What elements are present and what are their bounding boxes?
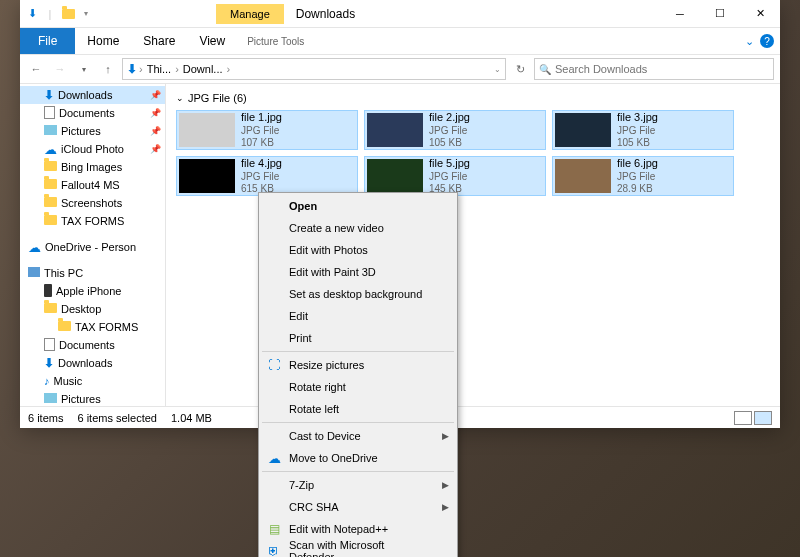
maximize-button[interactable]: ☐ [700, 0, 740, 28]
ctx-newvideo[interactable]: Create a new video [261, 217, 455, 239]
ctx-crc[interactable]: CRC SHA▶ [261, 496, 455, 518]
ctx-resize-label: Resize pictures [289, 359, 364, 371]
ctx-print[interactable]: Print [261, 327, 455, 349]
ctx-edit[interactable]: Edit [261, 305, 455, 327]
sidebar-item-icloud-photo[interactable]: ☁iCloud Photo📌 [20, 140, 165, 158]
sidebar-item-downloads[interactable]: ⬇Downloads [20, 354, 165, 372]
nav-forward-button[interactable]: → [50, 59, 70, 79]
sidebar-item-documents[interactable]: Documents📌 [20, 104, 165, 122]
sidebar-item-onedrive---person[interactable]: ☁OneDrive - Person [20, 238, 165, 256]
view-details-button[interactable] [734, 411, 752, 425]
file-item[interactable]: file 2.jpgJPG File105 KB [364, 110, 546, 150]
file-item[interactable]: file 3.jpgJPG File105 KB [552, 110, 734, 150]
sidebar-item-fallout4-ms[interactable]: Fallout4 MS [20, 176, 165, 194]
breadcrumb-seg1[interactable]: Thi... [145, 63, 173, 75]
pic-icon [44, 393, 57, 405]
chevron-right-icon: ▶ [442, 480, 449, 490]
tab-home[interactable]: Home [75, 30, 131, 52]
notepad-icon: ▤ [265, 520, 283, 538]
sidebar-item-label: This PC [44, 267, 83, 279]
ctx-rotl-label: Rotate left [289, 403, 339, 415]
minimize-button[interactable]: ─ [660, 0, 700, 28]
file-type: JPG File [429, 125, 470, 137]
ctx-7zip[interactable]: 7-Zip▶ [261, 474, 455, 496]
dl-icon: ⬇ [44, 88, 54, 102]
breadcrumb[interactable]: ⬇ › Thi... › Downl... › ⌄ [122, 58, 506, 80]
sidebar-item-documents[interactable]: Documents [20, 336, 165, 354]
ctx-rotr[interactable]: Rotate right [261, 376, 455, 398]
sidebar-item-bing-images[interactable]: Bing Images [20, 158, 165, 176]
ctx-defender[interactable]: ⛨Scan with Microsoft Defender... [261, 540, 455, 557]
chevron-right-icon[interactable]: › [139, 63, 143, 75]
chevron-down-icon[interactable]: ⌄ [176, 93, 184, 103]
thumbnail [555, 113, 611, 147]
status-count: 6 items [28, 412, 63, 424]
chevron-right-icon[interactable]: › [227, 63, 231, 75]
down-arrow-icon[interactable]: ⬇ [24, 6, 40, 22]
help-icon[interactable]: ? [760, 34, 774, 48]
ctx-7zip-label: 7-Zip [289, 479, 314, 491]
nav-back-button[interactable]: ← [26, 59, 46, 79]
breadcrumb-seg2[interactable]: Downl... [181, 63, 225, 75]
file-size: 105 KB [617, 137, 658, 149]
ctx-photos-label: Edit with Photos [289, 244, 368, 256]
sidebar-item-downloads[interactable]: ⬇Downloads📌 [20, 86, 165, 104]
tab-share[interactable]: Share [131, 30, 187, 52]
ctx-resize[interactable]: ⛶Resize pictures [261, 354, 455, 376]
ctx-open[interactable]: Open [261, 195, 455, 217]
ctx-desktopbg[interactable]: Set as desktop background [261, 283, 455, 305]
pin-icon: 📌 [150, 90, 161, 100]
ctx-npp[interactable]: ▤Edit with Notepad++ [261, 518, 455, 540]
sidebar-item-pictures[interactable]: Pictures [20, 390, 165, 406]
chevron-right-icon: ▶ [442, 431, 449, 441]
ctx-photos[interactable]: Edit with Photos [261, 239, 455, 261]
close-button[interactable]: ✕ [740, 0, 780, 28]
nav-recent-icon[interactable]: ▾ [74, 59, 94, 79]
sidebar-item-label: Documents [59, 339, 115, 351]
tools-tab[interactable]: Manage [216, 4, 284, 24]
chevron-right-icon[interactable]: › [175, 63, 179, 75]
search-field[interactable] [555, 63, 769, 75]
sidebar-item-apple-iphone[interactable]: Apple iPhone [20, 282, 165, 300]
file-size: 105 KB [429, 137, 470, 149]
ribbon: File Home Share View Picture Tools ⌄ ? [20, 28, 780, 54]
folder-icon [44, 179, 57, 191]
sidebar-item-desktop[interactable]: Desktop [20, 300, 165, 318]
folder-icon[interactable] [60, 6, 76, 22]
nav-sidebar: ⬇Downloads📌Documents📌Pictures📌☁iCloud Ph… [20, 84, 166, 406]
group-header[interactable]: ⌄ JPG File (6) [176, 90, 770, 106]
ctx-rotl[interactable]: Rotate left [261, 398, 455, 420]
nav-up-button[interactable]: ↑ [98, 59, 118, 79]
sidebar-item-music[interactable]: ♪Music [20, 372, 165, 390]
search-input[interactable]: 🔍 [534, 58, 774, 80]
titlebar: ⬇ | ▾ Manage Downloads ─ ☐ ✕ [20, 0, 780, 28]
qat-dropdown-icon[interactable]: ▾ [78, 6, 94, 22]
sidebar-item-tax-forms[interactable]: TAX FORMS [20, 212, 165, 230]
thumbnail [179, 159, 235, 193]
breadcrumb-dropdown-icon[interactable]: ⌄ [494, 65, 501, 74]
tab-view[interactable]: View [187, 30, 237, 52]
file-type: JPG File [429, 171, 470, 183]
separator [262, 422, 454, 423]
file-item[interactable]: file 4.jpgJPG File615 KB [176, 156, 358, 196]
context-menu: Open Create a new video Edit with Photos… [258, 192, 458, 557]
view-thumbs-button[interactable] [754, 411, 772, 425]
sidebar-item-label: TAX FORMS [75, 321, 138, 333]
refresh-button[interactable]: ↻ [510, 59, 530, 79]
sidebar-item-this-pc[interactable]: This PC [20, 264, 165, 282]
tab-file[interactable]: File [20, 28, 75, 54]
file-item[interactable]: file 6.jpgJPG File28.9 KB [552, 156, 734, 196]
file-item[interactable]: file 5.jpgJPG File145 KB [364, 156, 546, 196]
separator [262, 351, 454, 352]
file-name: file 2.jpg [429, 111, 470, 124]
folder-icon [44, 303, 57, 315]
sidebar-item-tax-forms[interactable]: TAX FORMS [20, 318, 165, 336]
sidebar-item-pictures[interactable]: Pictures📌 [20, 122, 165, 140]
ctx-cast[interactable]: Cast to Device▶ [261, 425, 455, 447]
ctx-paint3d[interactable]: Edit with Paint 3D [261, 261, 455, 283]
sidebar-item-screenshots[interactable]: Screenshots [20, 194, 165, 212]
sidebar-item-label: Desktop [61, 303, 101, 315]
ribbon-collapse-icon[interactable]: ⌄ [745, 35, 754, 48]
file-item[interactable]: file 1.jpgJPG File107 KB [176, 110, 358, 150]
ctx-onedrive[interactable]: ☁Move to OneDrive [261, 447, 455, 469]
